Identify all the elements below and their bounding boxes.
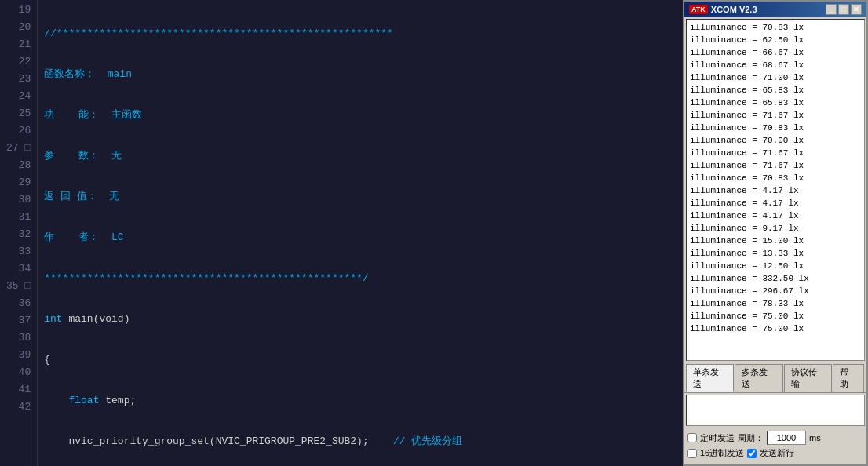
output-line: illuminance = 70.83 lx bbox=[690, 21, 861, 34]
tab-single-send[interactable]: 单条发送 bbox=[686, 364, 734, 392]
xcom-bottom-controls: 定时发送 周期： ms 16进制发送 发送新行 bbox=[684, 428, 866, 464]
xcom-output-area: illuminance = 70.83 lx illuminance = 62.… bbox=[686, 19, 865, 361]
line-numbers: 19 20 21 22 23 24 25 26 27 □ 28 29 30 31… bbox=[0, 0, 38, 466]
output-line: illuminance = 68.67 lx bbox=[690, 59, 861, 71]
newline-checkbox[interactable] bbox=[747, 449, 757, 458]
output-line: illuminance = 71.67 lx bbox=[690, 109, 861, 122]
period-label: 周期： bbox=[738, 432, 764, 444]
output-line: illuminance = 66.67 lx bbox=[690, 46, 861, 59]
maximize-button[interactable]: □ bbox=[838, 4, 849, 15]
newline-label: 发送新行 bbox=[760, 447, 794, 459]
output-line: illuminance = 13.33 lx bbox=[690, 247, 861, 260]
output-line: illuminance = 71.00 lx bbox=[690, 71, 861, 84]
minimize-button[interactable]: _ bbox=[826, 4, 837, 15]
period-input[interactable] bbox=[767, 431, 806, 445]
output-line: illuminance = 4.17 lx bbox=[690, 197, 861, 209]
xcom-titlebar: ATK XCOM V2.3 _ □ ✕ bbox=[684, 2, 866, 17]
xcom-brand-icon: ATK bbox=[689, 5, 708, 14]
output-line: illuminance = 15.00 lx bbox=[690, 235, 861, 247]
output-line: illuminance = 78.33 lx bbox=[690, 297, 861, 310]
period-unit-label: ms bbox=[809, 433, 821, 442]
output-line: illuminance = 9.17 lx bbox=[690, 222, 861, 235]
output-line: illuminance = 4.17 lx bbox=[690, 209, 861, 222]
output-line: illuminance = 71.67 lx bbox=[690, 147, 861, 159]
hex-send-checkbox[interactable] bbox=[687, 449, 697, 458]
timed-send-label: 定时发送 bbox=[700, 432, 735, 444]
output-line: illuminance = 70.83 lx bbox=[690, 122, 861, 134]
close-button[interactable]: ✕ bbox=[851, 4, 862, 15]
output-line: illuminance = 75.00 lx bbox=[690, 310, 861, 322]
output-line: illuminance = 296.67 lx bbox=[690, 285, 861, 297]
output-line: illuminance = 65.83 lx bbox=[690, 96, 861, 109]
xcom-title: XCOM V2.3 bbox=[711, 5, 757, 14]
output-line: illuminance = 65.83 lx bbox=[690, 84, 861, 96]
output-line: illuminance = 70.00 lx bbox=[690, 134, 861, 147]
xcom-window: ATK XCOM V2.3 _ □ ✕ illuminance = 70.83 … bbox=[683, 0, 868, 466]
tab-multi-send[interactable]: 多条发送 bbox=[735, 364, 782, 392]
tab-help[interactable]: 帮助 bbox=[833, 364, 864, 392]
output-line: illuminance = 70.83 lx bbox=[690, 172, 861, 184]
code-editor: 19 20 21 22 23 24 25 26 27 □ 28 29 30 31… bbox=[0, 0, 683, 466]
output-line: illuminance = 62.50 lx bbox=[690, 34, 861, 46]
output-line: illuminance = 71.67 lx bbox=[690, 159, 861, 172]
tab-protocol[interactable]: 协议传输 bbox=[784, 364, 832, 392]
hex-send-label: 16进制发送 bbox=[700, 447, 744, 459]
send-input-area[interactable] bbox=[686, 395, 865, 426]
output-line: illuminance = 332.50 lx bbox=[690, 272, 861, 285]
output-line: illuminance = 4.17 lx bbox=[690, 184, 861, 197]
timed-send-checkbox[interactable] bbox=[687, 433, 697, 442]
xcom-tabs: 单条发送 多条发送 协议传输 帮助 bbox=[684, 362, 866, 393]
output-line: illuminance = 12.50 lx bbox=[690, 260, 861, 272]
code-lines: //**************************************… bbox=[38, 0, 683, 466]
output-line: illuminance = 75.00 lx bbox=[690, 322, 861, 335]
